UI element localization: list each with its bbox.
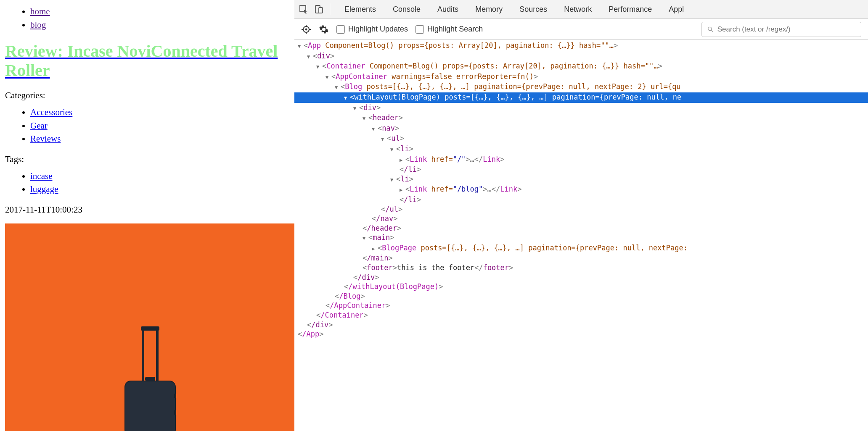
tree-node[interactable]: </ul> (294, 205, 868, 214)
svg-point-17 (708, 27, 712, 30)
svg-line-18 (711, 30, 713, 32)
tree-node-selected[interactable]: ▼<withLayout(BlogPage) posts=[{…}, {…}, … (294, 92, 868, 103)
nav-link-blog[interactable]: blog (30, 20, 46, 30)
tree-node[interactable]: </Blog> (294, 292, 868, 301)
search-input[interactable] (717, 25, 856, 34)
tree-node[interactable]: ▼<li> (294, 174, 868, 185)
tree-node[interactable]: ▼<li> (294, 144, 868, 155)
tree-node[interactable]: </AppContainer> (294, 301, 868, 310)
svg-rect-2 (156, 331, 159, 381)
tags-label: Tags: (5, 154, 289, 165)
devtools-panel: Elements Console Audits Memory Sources N… (294, 0, 868, 431)
highlight-updates-label: Highlight Updates (348, 25, 408, 34)
tree-node[interactable]: ▶<Link href="/">…</Link> (294, 155, 868, 165)
list-item: Accessories (30, 106, 289, 119)
tree-node[interactable]: </nav> (294, 214, 868, 223)
category-link[interactable]: Gear (30, 121, 48, 131)
list-item: luggage (30, 183, 289, 196)
react-devtools-toolbar: Highlight Updates Highlight Search (294, 19, 868, 40)
svg-rect-10 (319, 8, 323, 13)
tree-node[interactable]: </Container> (294, 310, 868, 320)
luggage-icon (108, 326, 192, 431)
tag-link[interactable]: luggage (30, 184, 58, 194)
search-box[interactable] (701, 22, 861, 37)
article-timestamp: 2017-11-11T10:00:23 (5, 205, 289, 215)
tree-node[interactable]: ▼<ul> (294, 134, 868, 144)
tree-node[interactable]: ▼<App Component=Blog() props={posts: Arr… (294, 41, 868, 51)
gear-icon[interactable] (319, 24, 329, 34)
separator (330, 3, 330, 15)
nav-item-home: home (30, 5, 289, 18)
highlight-search-checkbox[interactable]: Highlight Search (415, 25, 483, 34)
nav-item-blog: blog (30, 18, 289, 32)
tree-node[interactable]: </App> (294, 329, 868, 339)
tree-node[interactable]: </header> (294, 223, 868, 233)
svg-rect-7 (174, 410, 176, 415)
tree-node[interactable]: </main> (294, 253, 868, 263)
tree-node[interactable]: ▼<Blog posts=[{…}, {…}, {…}, …] paginati… (294, 82, 868, 92)
highlight-updates-checkbox[interactable]: Highlight Updates (336, 25, 408, 34)
svg-point-12 (305, 28, 307, 30)
list-item: incase (30, 170, 289, 183)
tree-node[interactable]: ▼<AppContainer warnings=false errorRepor… (294, 72, 868, 82)
component-tree[interactable]: ▼<App Component=Blog() props={posts: Arr… (294, 40, 868, 431)
devtools-tabbar: Elements Console Audits Memory Sources N… (294, 0, 868, 19)
site-nav: home blog (5, 5, 289, 32)
category-link[interactable]: Reviews (30, 134, 61, 144)
tree-node[interactable]: </div> (294, 273, 868, 282)
svg-rect-3 (125, 381, 175, 431)
tree-node[interactable]: ▼<nav> (294, 124, 868, 134)
tab-console[interactable]: Console (384, 5, 429, 14)
svg-rect-6 (174, 394, 176, 398)
tree-node[interactable]: </li> (294, 165, 868, 174)
tree-node[interactable]: ▶<Link href="/blog">…</Link> (294, 184, 868, 195)
tag-link[interactable]: incase (30, 171, 52, 181)
tree-node[interactable]: ▼<div> (294, 51, 868, 62)
svg-rect-5 (145, 377, 155, 381)
tags-list: incase luggage (5, 170, 289, 196)
tree-node[interactable]: ▶<BlogPage posts=[{…}, {…}, {…}, …] pagi… (294, 243, 868, 254)
article-title: Review: Incase NoviConnected Travel Roll… (5, 42, 289, 80)
list-item: Reviews (30, 132, 289, 146)
article-title-link[interactable]: Review: Incase NoviConnected Travel Roll… (5, 42, 278, 80)
categories-label: Categories: (5, 90, 289, 101)
tab-audits[interactable]: Audits (429, 5, 467, 14)
tree-node[interactable]: ▼<main> (294, 233, 868, 243)
list-item: Gear (30, 119, 289, 133)
tree-node[interactable]: </withLayout(BlogPage)> (294, 282, 868, 292)
tab-application[interactable]: Appl (660, 5, 692, 14)
tree-node[interactable]: </div> (294, 320, 868, 330)
svg-rect-1 (142, 331, 144, 381)
category-link[interactable]: Accessories (30, 107, 72, 117)
tab-elements[interactable]: Elements (336, 5, 384, 14)
highlight-search-label: Highlight Search (427, 25, 483, 34)
target-icon[interactable] (301, 24, 311, 34)
tree-node[interactable]: ▼<header> (294, 113, 868, 124)
search-icon (707, 26, 714, 33)
tab-sources[interactable]: Sources (511, 5, 556, 14)
article-hero-image (5, 223, 294, 431)
inspect-element-icon[interactable] (299, 4, 309, 14)
nav-link-home[interactable]: home (30, 6, 50, 16)
svg-rect-0 (141, 326, 159, 331)
tab-memory[interactable]: Memory (467, 5, 511, 14)
tree-node[interactable]: <footer>this is the footer</footer> (294, 263, 868, 273)
categories-list: Accessories Gear Reviews (5, 106, 289, 146)
tab-performance[interactable]: Performance (600, 5, 660, 14)
toggle-device-icon[interactable] (314, 4, 324, 14)
tree-node[interactable]: ▼<Container Component=Blog() props={post… (294, 61, 868, 72)
page-content: home blog Review: Incase NoviConnected T… (0, 0, 294, 431)
tab-network[interactable]: Network (556, 5, 600, 14)
tree-node[interactable]: ▼<div> (294, 103, 868, 113)
tree-node[interactable]: </li> (294, 195, 868, 205)
